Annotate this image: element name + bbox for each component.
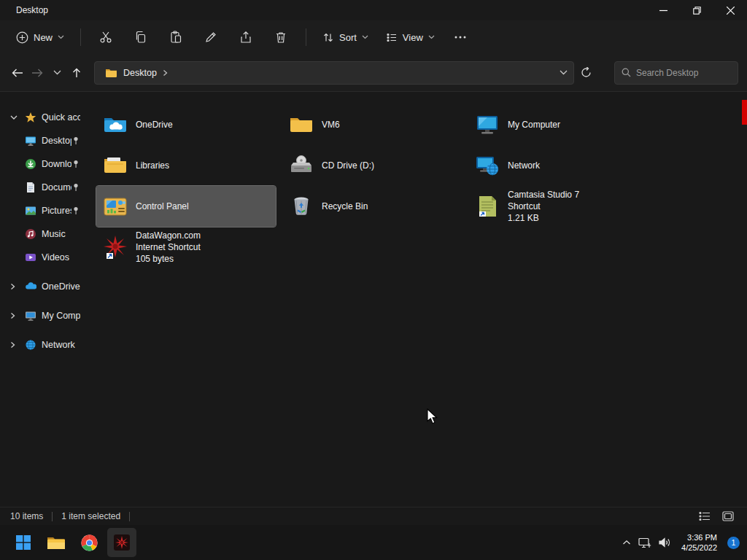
file-item-cd-drive[interactable]: CD Drive (D:) <box>282 145 462 186</box>
file-name: My Computer <box>508 119 560 131</box>
rename-button[interactable] <box>195 26 227 49</box>
hidden-icons-chevron-icon[interactable] <box>622 540 631 545</box>
notification-badge[interactable]: 1 <box>727 537 740 549</box>
file-item-my-computer[interactable]: My Computer <box>468 104 648 145</box>
sidebar-item-label: Music <box>42 229 80 239</box>
file-name: Control Panel <box>136 201 189 212</box>
file-item-recycle-bin[interactable]: Recycle Bin <box>282 186 462 227</box>
up-arrow-icon <box>72 68 81 78</box>
file-list: OneDrive VM6 My Computer Libraries CD Dr… <box>86 93 747 507</box>
sidebar-item-documents[interactable]: Documents <box>0 176 86 199</box>
view-button[interactable]: View <box>379 27 442 48</box>
back-button[interactable] <box>9 63 26 83</box>
share-button[interactable] <box>230 26 262 49</box>
onedrive-folder-icon <box>102 112 128 138</box>
breadcrumb-location: Desktop <box>123 68 157 78</box>
window-title: Desktop <box>16 5 48 15</box>
sidebar-item-onedrive[interactable]: OneDrive <box>0 275 86 298</box>
forward-button[interactable] <box>28 63 45 83</box>
restore-icon <box>693 7 701 15</box>
screen-edge-red-strip <box>742 100 747 125</box>
file-type: Internet Shortcut <box>136 241 201 253</box>
address-row: Desktop <box>0 54 747 92</box>
chevron-down-icon <box>362 35 368 39</box>
item-count: 10 items <box>10 511 43 521</box>
sidebar-item-pictures[interactable]: Pictures <box>0 199 86 222</box>
sidebar-item-label: Videos <box>42 252 80 262</box>
chevron-down-icon <box>53 70 61 75</box>
refresh-button[interactable] <box>577 63 595 83</box>
start-button[interactable] <box>9 528 38 557</box>
chevron-right-icon <box>10 283 15 290</box>
datawagon-icon <box>102 234 128 260</box>
onedrive-cloud-icon <box>25 281 36 292</box>
sidebar-item-label: Quick access <box>42 112 80 122</box>
file-name: Network <box>508 160 540 171</box>
paste-button[interactable] <box>160 26 192 49</box>
back-icon <box>12 69 23 77</box>
file-item-control-panel[interactable]: Control Panel <box>96 186 276 227</box>
file-item-onedrive[interactable]: OneDrive <box>96 104 276 145</box>
breadcrumb[interactable]: Desktop <box>101 66 172 80</box>
search-icon <box>622 68 631 77</box>
sidebar-item-label: Desktop <box>42 136 71 146</box>
cut-button[interactable] <box>90 26 122 49</box>
file-item-vm6[interactable]: VM6 <box>282 104 462 145</box>
view-label: View <box>403 32 423 43</box>
up-button[interactable] <box>69 63 85 83</box>
pin-icon <box>71 206 80 215</box>
new-plus-icon <box>16 31 28 44</box>
forward-icon <box>31 69 43 77</box>
file-type: Shortcut <box>508 201 579 212</box>
recorder-taskbar-button[interactable] <box>107 528 136 557</box>
copy-button[interactable] <box>125 26 157 49</box>
delete-button[interactable] <box>265 26 297 49</box>
toolbar-divider <box>80 28 81 46</box>
copy-icon <box>134 31 147 44</box>
address-dropdown-icon[interactable] <box>560 70 568 75</box>
file-name: DataWagon.com <box>136 230 201 241</box>
libraries-folder-icon <box>102 152 128 179</box>
sidebar-item-music[interactable]: Music <box>0 222 86 246</box>
sort-button[interactable]: Sort <box>315 27 376 48</box>
command-bar: New Sort View <box>0 20 747 54</box>
delete-icon <box>274 31 287 44</box>
restore-button[interactable] <box>680 0 713 20</box>
recent-locations-button[interactable] <box>49 63 66 83</box>
file-name: VM6 <box>322 119 340 131</box>
file-name: OneDrive <box>136 119 173 131</box>
sidebar-item-network[interactable]: Network <box>0 333 86 357</box>
minimize-button[interactable] <box>646 0 680 20</box>
sidebar-item-desktop[interactable]: Desktop <box>0 129 86 152</box>
details-view-toggle-icon[interactable] <box>699 511 711 521</box>
file-explorer-taskbar-button[interactable] <box>42 528 71 557</box>
more-options-button[interactable] <box>445 31 476 44</box>
sidebar-item-label: Pictures <box>42 206 71 216</box>
close-button[interactable] <box>713 0 747 20</box>
taskbar-clock[interactable]: 3:36 PM 4/25/2022 <box>681 532 717 553</box>
large-icons-view-toggle-icon[interactable] <box>722 511 734 521</box>
new-button[interactable]: New <box>9 26 71 49</box>
file-item-camtasia-shortcut[interactable]: Camtasia Studio 7 Shortcut 1.21 KB <box>468 186 648 227</box>
rename-icon <box>204 31 217 44</box>
network-tray-icon[interactable] <box>638 537 651 548</box>
chrome-taskbar-button[interactable] <box>74 528 104 557</box>
downloads-icon <box>25 158 36 170</box>
sidebar-item-label: OneDrive <box>42 281 80 292</box>
search-box[interactable] <box>614 61 738 85</box>
file-item-libraries[interactable]: Libraries <box>96 145 276 186</box>
address-bar[interactable]: Desktop <box>94 61 574 85</box>
file-item-datawagon-shortcut[interactable]: DataWagon.com Internet Shortcut 105 byte… <box>96 227 276 268</box>
sidebar-item-downloads[interactable]: Downloads <box>0 152 86 176</box>
sidebar-item-my-computer[interactable]: My Computer <box>0 304 86 327</box>
search-input[interactable] <box>636 68 731 78</box>
star-icon <box>25 112 36 123</box>
videos-icon <box>25 252 36 263</box>
control-panel-icon <box>102 193 128 219</box>
file-explorer-icon <box>47 534 66 551</box>
sidebar-item-videos[interactable]: Videos <box>0 246 86 269</box>
sidebar-item-quick-access[interactable]: Quick access <box>0 106 86 129</box>
volume-tray-icon[interactable] <box>659 537 671 548</box>
minimize-icon <box>659 7 667 15</box>
file-item-network[interactable]: Network <box>468 145 648 186</box>
